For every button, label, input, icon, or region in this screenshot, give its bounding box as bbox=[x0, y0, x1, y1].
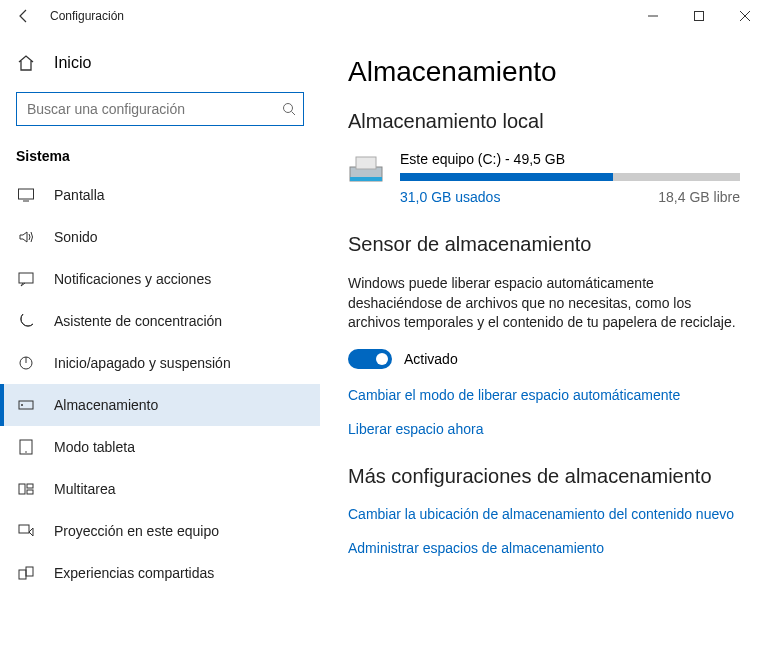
search-input[interactable] bbox=[16, 92, 304, 126]
more-storage-heading: Más configuraciones de almacenamiento bbox=[348, 465, 740, 488]
search-wrap bbox=[16, 92, 304, 126]
local-storage-section: Almacenamiento local Este equipo (C:) - … bbox=[348, 110, 740, 205]
home-label: Inicio bbox=[54, 54, 91, 72]
multitask-icon bbox=[16, 480, 36, 498]
sidebar-item-pantalla[interactable]: Pantalla bbox=[0, 174, 320, 216]
disk-title: Este equipo (C:) - 49,5 GB bbox=[400, 151, 740, 167]
tablet-icon bbox=[16, 438, 36, 456]
sidebar-item-label: Proyección en este equipo bbox=[54, 523, 219, 539]
svg-rect-13 bbox=[19, 484, 25, 494]
sidebar-item-sonido[interactable]: Sonido bbox=[0, 216, 320, 258]
svg-rect-14 bbox=[27, 484, 33, 488]
svg-rect-17 bbox=[19, 570, 26, 579]
sidebar-item-energia[interactable]: Inicio/apagado y suspensión bbox=[0, 342, 320, 384]
maximize-button[interactable] bbox=[676, 0, 722, 32]
link-free-now[interactable]: Liberar espacio ahora bbox=[348, 421, 740, 437]
sidebar-item-label: Experiencias compartidas bbox=[54, 565, 214, 581]
svg-rect-16 bbox=[19, 525, 29, 533]
toggle-state-label: Activado bbox=[404, 351, 458, 367]
content: Almacenamiento Almacenamiento local Este… bbox=[320, 32, 768, 657]
back-button[interactable] bbox=[8, 0, 40, 32]
svg-point-12 bbox=[25, 451, 27, 453]
sound-icon bbox=[16, 228, 36, 246]
sidebar-item-label: Multitarea bbox=[54, 481, 115, 497]
shared-icon bbox=[16, 564, 36, 582]
svg-point-10 bbox=[21, 404, 23, 406]
svg-rect-20 bbox=[350, 177, 382, 181]
display-icon bbox=[16, 186, 36, 204]
sidebar-section-header: Sistema bbox=[0, 144, 320, 174]
link-manage-spaces[interactable]: Administrar espacios de almacenamiento bbox=[348, 540, 740, 556]
project-icon bbox=[16, 522, 36, 540]
sidebar-item-almacenamiento[interactable]: Almacenamiento bbox=[0, 384, 320, 426]
sidebar-item-concentracion[interactable]: Asistente de concentración bbox=[0, 300, 320, 342]
disk-row[interactable]: Este equipo (C:) - 49,5 GB 31,0 GB usado… bbox=[348, 151, 740, 205]
svg-rect-6 bbox=[19, 273, 33, 283]
sidebar-item-proyeccion[interactable]: Proyección en este equipo bbox=[0, 510, 320, 552]
svg-line-3 bbox=[292, 112, 296, 116]
sidebar-item-tableta[interactable]: Modo tableta bbox=[0, 426, 320, 468]
notifications-icon bbox=[16, 270, 36, 288]
home-nav[interactable]: Inicio bbox=[0, 44, 320, 82]
svg-rect-4 bbox=[19, 189, 34, 199]
arrow-left-icon bbox=[16, 8, 32, 24]
sidebar-item-label: Pantalla bbox=[54, 187, 105, 203]
link-change-auto[interactable]: Cambiar el modo de liberar espacio autom… bbox=[348, 387, 740, 403]
window-controls bbox=[630, 0, 768, 32]
more-storage-section: Más configuraciones de almacenamiento Ca… bbox=[348, 465, 740, 556]
minimize-icon bbox=[648, 11, 658, 21]
titlebar: Configuración bbox=[0, 0, 768, 32]
storage-sense-toggle[interactable] bbox=[348, 349, 392, 369]
sidebar-item-label: Almacenamiento bbox=[54, 397, 158, 413]
window-title: Configuración bbox=[50, 9, 124, 23]
storage-icon bbox=[16, 396, 36, 414]
sidebar-item-multitarea[interactable]: Multitarea bbox=[0, 468, 320, 510]
disk-info: Este equipo (C:) - 49,5 GB 31,0 GB usado… bbox=[400, 151, 740, 205]
close-icon bbox=[740, 11, 750, 21]
home-icon bbox=[16, 54, 36, 72]
sidebar-item-notificaciones[interactable]: Notificaciones y acciones bbox=[0, 258, 320, 300]
sidebar-item-label: Modo tableta bbox=[54, 439, 135, 455]
maximize-icon bbox=[694, 11, 704, 21]
sidebar-item-label: Sonido bbox=[54, 229, 98, 245]
disk-icon bbox=[348, 153, 386, 187]
disk-used: 31,0 GB usados bbox=[400, 189, 500, 205]
toggle-knob bbox=[376, 353, 388, 365]
page-title: Almacenamiento bbox=[348, 56, 740, 88]
storage-sense-desc: Windows puede liberar espacio automática… bbox=[348, 274, 740, 333]
link-change-location[interactable]: Cambiar la ubicación de almacenamiento d… bbox=[348, 506, 740, 522]
sidebar-item-compartidas[interactable]: Experiencias compartidas bbox=[0, 552, 320, 594]
focus-icon bbox=[16, 312, 36, 330]
disk-stats: 31,0 GB usados 18,4 GB libre bbox=[400, 189, 740, 205]
search-icon bbox=[282, 102, 296, 116]
svg-point-2 bbox=[284, 104, 293, 113]
sidebar-item-label: Notificaciones y acciones bbox=[54, 271, 211, 287]
storage-sense-toggle-row: Activado bbox=[348, 349, 740, 369]
svg-rect-21 bbox=[356, 157, 376, 169]
storage-bar bbox=[400, 173, 740, 181]
close-button[interactable] bbox=[722, 0, 768, 32]
disk-free: 18,4 GB libre bbox=[658, 189, 740, 205]
storage-sense-section: Sensor de almacenamiento Windows puede l… bbox=[348, 233, 740, 437]
power-icon bbox=[16, 354, 36, 372]
svg-rect-15 bbox=[27, 490, 33, 494]
minimize-button[interactable] bbox=[630, 0, 676, 32]
storage-sense-heading: Sensor de almacenamiento bbox=[348, 233, 740, 256]
sidebar: Inicio Sistema Pantalla Sonido Notificac… bbox=[0, 32, 320, 657]
svg-rect-1 bbox=[695, 12, 704, 21]
svg-rect-18 bbox=[26, 567, 33, 576]
local-storage-heading: Almacenamiento local bbox=[348, 110, 740, 133]
storage-bar-fill bbox=[400, 173, 613, 181]
sidebar-item-label: Inicio/apagado y suspensión bbox=[54, 355, 231, 371]
sidebar-item-label: Asistente de concentración bbox=[54, 313, 222, 329]
